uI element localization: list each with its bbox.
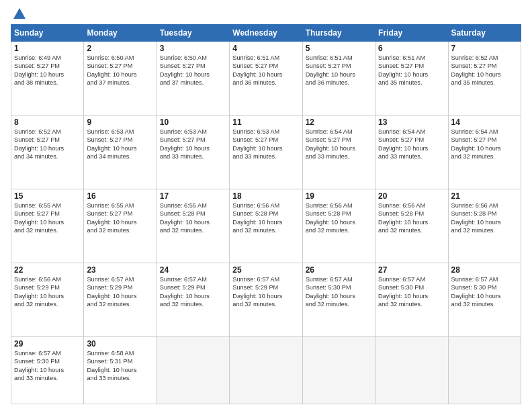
day-number: 11 (232, 118, 299, 127)
calendar-cell (230, 337, 302, 404)
calendar-cell: 15Sunrise: 6:55 AMSunset: 5:27 PMDayligh… (11, 189, 84, 263)
day-number: 20 (378, 191, 445, 201)
cell-content: Sunrise: 6:52 AMSunset: 5:27 PMDaylight:… (14, 128, 81, 161)
cell-content: Sunrise: 6:56 AMSunset: 5:28 PMDaylight:… (451, 201, 518, 235)
calendar-cell: 30Sunrise: 6:58 AMSunset: 5:31 PMDayligh… (84, 337, 157, 404)
cell-content: Sunrise: 6:50 AMSunset: 5:27 PMDaylight:… (87, 54, 153, 87)
calendar-cell: 9Sunrise: 6:53 AMSunset: 5:27 PMDaylight… (84, 116, 157, 189)
day-number: 1 (14, 44, 81, 53)
cell-content: Sunrise: 6:58 AMSunset: 5:31 PMDaylight:… (87, 349, 153, 383)
calendar-cell: 12Sunrise: 6:54 AMSunset: 5:27 PMDayligh… (302, 116, 375, 189)
cell-content: Sunrise: 6:57 AMSunset: 5:30 PMDaylight:… (451, 275, 518, 309)
calendar-day-header: Sunday (11, 25, 84, 42)
calendar-day-header: Monday (84, 25, 157, 42)
cell-content: Sunrise: 6:57 AMSunset: 5:29 PMDaylight:… (160, 275, 226, 309)
calendar-cell: 14Sunrise: 6:54 AMSunset: 5:27 PMDayligh… (448, 116, 521, 189)
cell-content: Sunrise: 6:57 AMSunset: 5:30 PMDaylight:… (14, 349, 81, 383)
day-number: 5 (306, 44, 372, 53)
calendar-cell: 7Sunrise: 6:52 AMSunset: 5:27 PMDaylight… (448, 42, 521, 116)
cell-content: Sunrise: 6:56 AMSunset: 5:28 PMDaylight:… (306, 201, 372, 235)
calendar-cell: 5Sunrise: 6:51 AMSunset: 5:27 PMDaylight… (302, 42, 375, 116)
calendar-cell: 8Sunrise: 6:52 AMSunset: 5:27 PMDaylight… (11, 116, 84, 189)
day-number: 17 (160, 191, 226, 201)
day-number: 19 (306, 191, 372, 201)
calendar-header-row: SundayMondayTuesdayWednesdayThursdayFrid… (11, 25, 521, 42)
calendar-cell (375, 337, 448, 404)
cell-content: Sunrise: 6:50 AMSunset: 5:27 PMDaylight:… (160, 54, 226, 87)
header (11, 7, 521, 19)
day-number: 3 (160, 44, 226, 53)
cell-content: Sunrise: 6:55 AMSunset: 5:27 PMDaylight:… (14, 201, 81, 235)
svg-marker-0 (13, 8, 26, 19)
day-number: 9 (87, 118, 153, 127)
day-number: 7 (451, 44, 518, 53)
cell-content: Sunrise: 6:57 AMSunset: 5:29 PMDaylight:… (232, 275, 299, 309)
cell-content: Sunrise: 6:57 AMSunset: 5:29 PMDaylight:… (87, 275, 153, 309)
calendar-cell: 20Sunrise: 6:56 AMSunset: 5:28 PMDayligh… (375, 189, 448, 263)
cell-content: Sunrise: 6:51 AMSunset: 5:27 PMDaylight:… (378, 54, 445, 87)
calendar-cell (448, 337, 521, 404)
calendar-cell: 17Sunrise: 6:55 AMSunset: 5:28 PMDayligh… (157, 189, 229, 263)
day-number: 24 (160, 265, 226, 275)
calendar-week-row: 22Sunrise: 6:56 AMSunset: 5:29 PMDayligh… (11, 263, 521, 337)
calendar-cell: 27Sunrise: 6:57 AMSunset: 5:30 PMDayligh… (375, 263, 448, 337)
calendar-cell: 23Sunrise: 6:57 AMSunset: 5:29 PMDayligh… (84, 263, 157, 337)
logo-icon (12, 7, 27, 21)
calendar-cell: 3Sunrise: 6:50 AMSunset: 5:27 PMDaylight… (157, 42, 229, 116)
logo (11, 7, 27, 19)
calendar-cell: 10Sunrise: 6:53 AMSunset: 5:27 PMDayligh… (157, 116, 229, 189)
calendar-cell: 13Sunrise: 6:54 AMSunset: 5:27 PMDayligh… (375, 116, 448, 189)
day-number: 30 (87, 339, 153, 349)
calendar-cell: 28Sunrise: 6:57 AMSunset: 5:30 PMDayligh… (448, 263, 521, 337)
cell-content: Sunrise: 6:54 AMSunset: 5:27 PMDaylight:… (378, 128, 445, 161)
page: SundayMondayTuesdayWednesdayThursdayFrid… (0, 0, 532, 411)
calendar-cell: 2Sunrise: 6:50 AMSunset: 5:27 PMDaylight… (84, 42, 157, 116)
calendar-day-header: Saturday (448, 25, 521, 42)
day-number: 15 (14, 191, 81, 201)
day-number: 12 (306, 118, 372, 127)
day-number: 8 (14, 118, 81, 127)
day-number: 10 (160, 118, 226, 127)
calendar-body: 1Sunrise: 6:49 AMSunset: 5:27 PMDaylight… (11, 42, 521, 404)
cell-content: Sunrise: 6:53 AMSunset: 5:27 PMDaylight:… (232, 128, 299, 161)
day-number: 26 (306, 265, 372, 275)
calendar-cell: 4Sunrise: 6:51 AMSunset: 5:27 PMDaylight… (230, 42, 302, 116)
cell-content: Sunrise: 6:53 AMSunset: 5:27 PMDaylight:… (87, 128, 153, 161)
calendar-cell: 24Sunrise: 6:57 AMSunset: 5:29 PMDayligh… (157, 263, 229, 337)
calendar-cell: 25Sunrise: 6:57 AMSunset: 5:29 PMDayligh… (230, 263, 302, 337)
day-number: 21 (451, 191, 518, 201)
calendar-cell (157, 337, 229, 404)
cell-content: Sunrise: 6:56 AMSunset: 5:28 PMDaylight:… (378, 201, 445, 235)
cell-content: Sunrise: 6:51 AMSunset: 5:27 PMDaylight:… (232, 54, 299, 87)
day-number: 13 (378, 118, 445, 127)
calendar-week-row: 15Sunrise: 6:55 AMSunset: 5:27 PMDayligh… (11, 189, 521, 263)
day-number: 4 (232, 44, 299, 53)
cell-content: Sunrise: 6:57 AMSunset: 5:30 PMDaylight:… (306, 275, 372, 309)
cell-content: Sunrise: 6:54 AMSunset: 5:27 PMDaylight:… (451, 128, 518, 161)
day-number: 18 (232, 191, 299, 201)
cell-content: Sunrise: 6:55 AMSunset: 5:27 PMDaylight:… (87, 201, 153, 235)
cell-content: Sunrise: 6:52 AMSunset: 5:27 PMDaylight:… (451, 54, 518, 87)
calendar-cell: 21Sunrise: 6:56 AMSunset: 5:28 PMDayligh… (448, 189, 521, 263)
calendar-table: SundayMondayTuesdayWednesdayThursdayFrid… (11, 24, 521, 404)
day-number: 6 (378, 44, 445, 53)
cell-content: Sunrise: 6:55 AMSunset: 5:28 PMDaylight:… (160, 201, 226, 235)
day-number: 16 (87, 191, 153, 201)
calendar-cell: 22Sunrise: 6:56 AMSunset: 5:29 PMDayligh… (11, 263, 84, 337)
calendar-day-header: Wednesday (230, 25, 302, 42)
calendar-cell: 29Sunrise: 6:57 AMSunset: 5:30 PMDayligh… (11, 337, 84, 404)
calendar-cell (302, 337, 375, 404)
day-number: 25 (232, 265, 299, 275)
cell-content: Sunrise: 6:54 AMSunset: 5:27 PMDaylight:… (306, 128, 372, 161)
day-number: 2 (87, 44, 153, 53)
calendar-cell: 19Sunrise: 6:56 AMSunset: 5:28 PMDayligh… (302, 189, 375, 263)
day-number: 28 (451, 265, 518, 275)
cell-content: Sunrise: 6:49 AMSunset: 5:27 PMDaylight:… (14, 54, 81, 87)
calendar-day-header: Thursday (302, 25, 375, 42)
day-number: 23 (87, 265, 153, 275)
cell-content: Sunrise: 6:57 AMSunset: 5:30 PMDaylight:… (378, 275, 445, 309)
cell-content: Sunrise: 6:51 AMSunset: 5:27 PMDaylight:… (306, 54, 372, 87)
cell-content: Sunrise: 6:56 AMSunset: 5:28 PMDaylight:… (232, 201, 299, 235)
calendar-cell: 18Sunrise: 6:56 AMSunset: 5:28 PMDayligh… (230, 189, 302, 263)
day-number: 14 (451, 118, 518, 127)
